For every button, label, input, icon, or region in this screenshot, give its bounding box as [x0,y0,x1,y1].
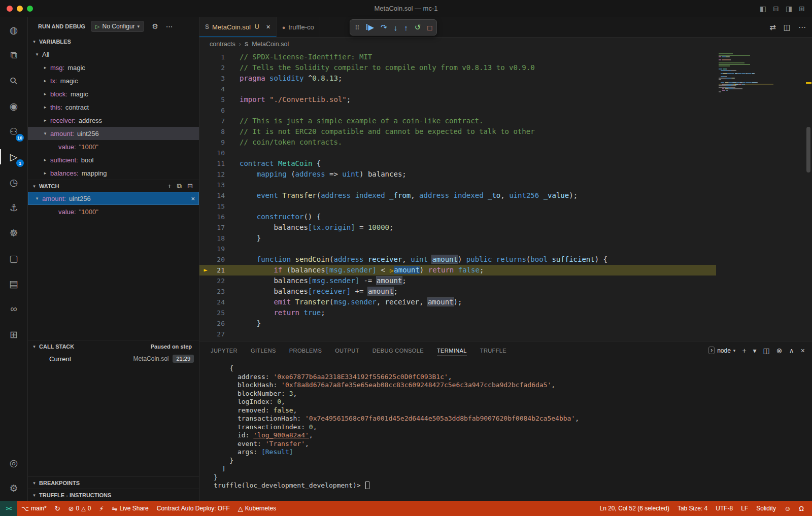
gutter[interactable]: 1 [199,52,232,62]
gutter[interactable]: 16 [199,212,232,222]
history-clock-button[interactable]: ◷ [0,169,27,195]
extensions-button[interactable]: ⊞ [0,322,27,347]
scrollbar-thumb[interactable] [806,127,810,173]
close-icon[interactable]: × [266,23,270,31]
variable-row[interactable]: ▾amount:uint256 [28,127,199,140]
gutter[interactable]: 27 [199,329,232,339]
toggle-secondary-sidebar-icon[interactable]: ◨ [786,5,792,13]
customize-layout-icon[interactable]: ⊞ [799,5,805,13]
gutter[interactable]: 23 [199,286,232,297]
zoom-window-button[interactable] [27,6,33,12]
split-terminal-icon[interactable]: ◫ [763,347,770,355]
code-line[interactable]: 19 [199,244,716,254]
status-eol[interactable]: LF [737,501,752,516]
code-line[interactable]: ►21 if (balances[msg.sender] < ▷amount) … [199,265,716,276]
gutter[interactable]: 2 [199,62,232,73]
github-button[interactable]: ◉ [0,93,27,119]
split-editor-icon[interactable]: ◫ [784,23,791,32]
scope-row[interactable]: ▾All [28,48,199,61]
more-actions-icon[interactable]: ⋯ [798,23,806,32]
step-into-button[interactable]: ↓ [394,23,398,32]
code-line[interactable]: 27 [199,329,716,339]
panel-tab-output[interactable]: OUTPUT [335,341,359,359]
variables-section-header[interactable]: ▾ VARIABLES [28,36,199,48]
toggle-primary-sidebar-icon[interactable]: ◧ [760,5,766,13]
code-line[interactable]: 3pragma solidity ^0.8.13; [199,73,716,84]
panel-tab-debug-console[interactable]: DEBUG CONSOLE [373,341,424,359]
code-line[interactable]: 4 [199,84,716,94]
code-line[interactable]: 13 [199,180,716,190]
code-line[interactable]: 26 } [199,318,716,329]
explorer-button[interactable]: ⧉ [0,43,27,68]
live-share-people-button[interactable]: ⚇10 [0,119,27,144]
gutter[interactable]: 24 [199,297,232,307]
toggle-panel-icon[interactable]: ⊟ [773,5,779,13]
variable-row[interactable]: ▸sufficient:bool [28,153,199,166]
call-stack-frame[interactable]: Current MetaCoin.sol 21:29 [28,352,199,365]
remote-indicator[interactable]: >< [0,501,17,516]
more-actions-icon[interactable]: ⋯ [166,22,173,30]
gutter[interactable]: 4 [199,84,232,94]
maximize-panel-icon[interactable]: ∧ [789,347,794,355]
code-line[interactable]: 25 return true; [199,307,716,318]
overview-ruler[interactable] [805,51,812,341]
gutter[interactable]: 18 [199,233,232,244]
status-tab-size[interactable]: Tab Size: 4 [673,501,712,516]
watch-section-header[interactable]: ▾ WATCH +⧉⊟ [28,180,199,192]
status-git-branch[interactable]: ⌥main* [17,501,51,516]
status-feedback[interactable]: ☺ [780,501,795,516]
status-kubernetes[interactable]: △Kubernetes [234,501,280,516]
code-line[interactable]: 15 [199,201,716,212]
gutter[interactable]: 8 [199,126,232,137]
gutter[interactable]: 5 [199,94,232,105]
panel-tab-gitlens[interactable]: GITLENS [251,341,276,359]
collapse-all-icon[interactable]: ⊟ [187,182,193,190]
status-language-mode[interactable]: Solidity [752,501,780,516]
panel-tab-jupyter[interactable]: JUPYTER [211,341,238,359]
status-problems[interactable]: ⊘0△0 [64,501,95,516]
notebook-button[interactable]: ▤ [0,271,27,296]
gutter[interactable]: 9 [199,137,232,148]
search-button[interactable]: ⚲ [0,68,27,93]
step-out-button[interactable]: ↑ [404,23,408,32]
status-notifications[interactable]: Ω [795,501,808,516]
minimap[interactable] [719,53,773,94]
status-contract-auto-deploy[interactable]: Contract Auto Deploy: OFF [153,501,234,516]
debug-config-dropdown[interactable]: ▷ No Configur ▾ [91,21,144,32]
panel-tab-problems[interactable]: PROBLEMS [289,341,322,359]
step-over-button[interactable]: ↷ [381,23,387,32]
code-line[interactable]: 1// SPDX-License-Identifier: MIT [199,52,716,62]
code-line[interactable]: 20 function sendCoin(address receiver, u… [199,254,716,265]
terminal-output[interactable]: { address: '0xe67877b6aa2318E334192f5566… [199,359,812,501]
status-encoding[interactable]: UTF-8 [712,501,737,516]
gutter[interactable]: 26 [199,318,232,329]
add-expression-icon[interactable]: + [167,182,172,190]
gutter[interactable]: 7 [199,116,232,126]
variable-row[interactable]: ▸block:magic [28,87,199,100]
variable-row[interactable]: ▸balances:mapping [28,166,199,180]
code-line[interactable]: 7// This is just a simple example of a c… [199,116,716,126]
code-line[interactable]: 5import "./ConvertLib.sol"; [199,94,716,105]
remote-explorer-button[interactable]: ▢ [0,246,27,271]
code-line[interactable]: 2// Tells the Solidity compiler to compi… [199,62,716,73]
link-button[interactable]: ∞ [0,296,27,322]
gutter[interactable]: 11 [199,158,232,169]
copy-value-icon[interactable]: ⧉ [177,182,182,190]
gear-icon[interactable]: ⚙ [152,22,158,30]
code-line[interactable]: 8// It is not ERC20 compatible and canno… [199,126,716,137]
open-changes-icon[interactable]: ⇄ [769,23,776,32]
gutter[interactable]: 20 [199,254,232,265]
status-cursor-position[interactable]: Ln 20, Col 52 (6 selected) [596,501,673,516]
continue-button[interactable]: ▶ [366,23,375,32]
code-editor[interactable]: 1// SPDX-License-Identifier: MIT2// Tell… [199,51,812,341]
code-line[interactable]: 14 event Transfer(address indexed _from,… [199,190,716,201]
kubernetes-wheel-button[interactable]: ☸ [0,220,27,246]
restart-button[interactable]: ↺ [415,23,421,32]
variable-row[interactable]: value:"1000" [28,205,199,218]
gutter[interactable]: 14 [199,190,232,201]
code-line[interactable]: 17 balances[tx.origin] = 10000; [199,222,716,233]
status-live-share[interactable]: ⇋Live Share [108,501,152,516]
call-stack-section-header[interactable]: ▾ CALL STACK Paused on step [28,340,199,352]
variable-row[interactable]: ▾amount:uint256× [28,192,199,205]
gutter[interactable]: 12 [199,169,232,180]
